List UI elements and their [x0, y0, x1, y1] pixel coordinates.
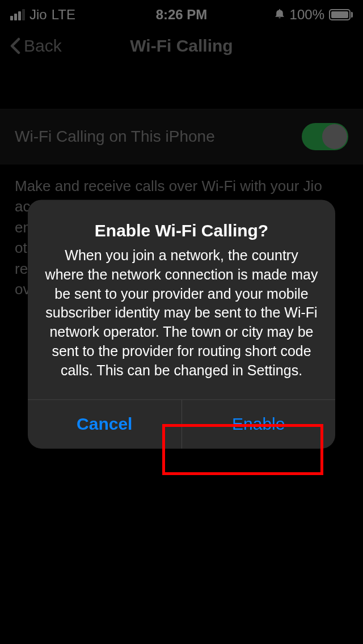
alert-title: Enable Wi-Fi Calling?: [44, 221, 319, 240]
cancel-button[interactable]: Cancel: [28, 400, 182, 449]
alert-buttons: Cancel Enable: [28, 400, 335, 449]
alert-content: Enable Wi-Fi Calling? When you join a ne…: [28, 200, 335, 399]
alert-message: When you join a network, the country whe…: [44, 246, 319, 380]
enable-button[interactable]: Enable: [182, 400, 336, 449]
alert-dialog: Enable Wi-Fi Calling? When you join a ne…: [28, 200, 335, 448]
